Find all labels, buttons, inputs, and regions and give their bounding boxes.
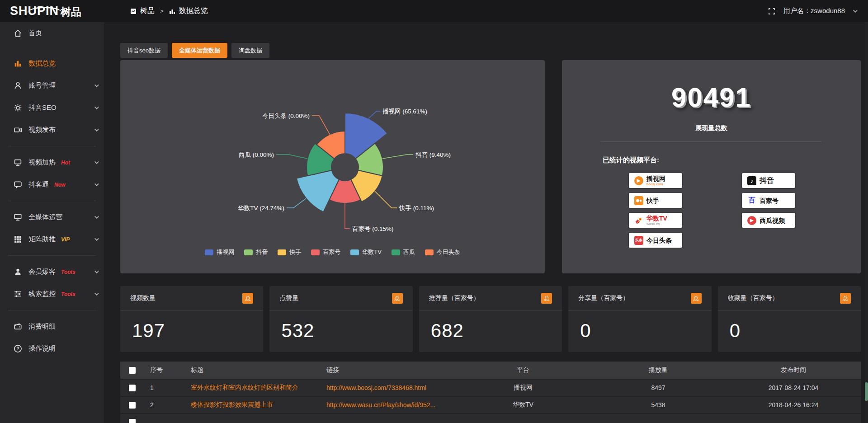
row-checkbox[interactable]	[129, 385, 136, 391]
legend-label: 播视网	[217, 248, 234, 256]
hot-badge: Hot	[61, 160, 70, 166]
legend-item-今日头条[interactable]: 今日头条	[425, 248, 460, 256]
cell-platform: 华数TV	[456, 401, 590, 409]
stat-card-recommendations: 推荐量（百家号）总 682	[419, 286, 562, 352]
slice-label: 今日头条 (0.00%)	[262, 113, 310, 119]
sidebar-item-home[interactable]: 首页	[0, 22, 104, 44]
row-checkbox[interactable]	[129, 402, 136, 409]
chevron-down-icon	[94, 236, 99, 241]
platform-name: 播视网	[646, 175, 665, 182]
tab-douyin-seo-data[interactable]: 抖音seo数据	[120, 43, 168, 58]
cell-platform: 播视网	[456, 384, 590, 392]
row-checkbox[interactable]	[129, 419, 136, 423]
tab-inquiry-data[interactable]: 询盘数据	[231, 43, 269, 58]
video-camera-icon	[14, 126, 22, 134]
sidebar-item-label: 矩阵助推	[28, 235, 56, 244]
legend-swatch	[311, 249, 320, 255]
sidebar-item-consumption-detail[interactable]: 消费明细	[0, 315, 104, 338]
sidebar-divider	[8, 255, 96, 256]
summary-panel: 90491 展现量总数 已统计的视频平台: ▶ 播视网boosj.com 快手 …	[562, 60, 861, 273]
cell-num: 1	[144, 384, 184, 391]
divider	[601, 141, 822, 142]
total-impressions-label: 展现量总数	[562, 124, 861, 132]
legend-item-百家号[interactable]: 百家号	[311, 248, 340, 256]
sidebar-item-video-publish[interactable]: 视频发布	[0, 119, 104, 141]
table-header-row: 序号 标题 链接 平台 播放量 发布时间	[120, 362, 861, 380]
platform-badge-douyin: ♪ 抖音	[742, 173, 795, 188]
cell-url-link[interactable]: http://www.wasu.cn/Play/show/id/952...	[320, 401, 456, 409]
cell-views: 8497	[590, 384, 726, 391]
videos-table: 序号 标题 链接 平台 播放量 发布时间 1 室外水纹灯和室内水纹灯的区别和简介…	[120, 362, 861, 423]
sidebar-divider	[8, 146, 96, 146]
legend-swatch	[425, 249, 434, 255]
sidebar-item-label: 抖客通	[28, 180, 49, 189]
breadcrumb: 树品 > 数据总览	[130, 6, 208, 16]
sidebar-item-doukertong[interactable]: 抖客通 New	[0, 174, 104, 196]
sidebar-item-omnimedia-operation[interactable]: 全媒体运营	[0, 206, 104, 228]
column-header-link: 链接	[320, 366, 456, 374]
legend-label: 西瓜	[403, 248, 415, 256]
toutiao-logo-icon: 头条	[634, 236, 643, 245]
user-group-icon	[14, 268, 22, 276]
stat-card-likes: 点赞量总 532	[269, 286, 412, 352]
stat-value: 532	[269, 311, 412, 342]
sidebar-item-account-management[interactable]: 账号管理	[0, 75, 104, 97]
fullscreen-icon[interactable]	[768, 8, 775, 15]
legend-swatch	[205, 249, 213, 255]
cell-title-link[interactable]: 室外水纹灯和室内水纹灯的区别和简介	[184, 384, 320, 392]
bar-chart-icon	[169, 8, 175, 14]
legend-item-西瓜[interactable]: 西瓜	[392, 248, 415, 256]
scrollbar-thumb[interactable]	[865, 382, 868, 401]
label-leader-line	[345, 203, 350, 229]
legend-item-抖音[interactable]: 抖音	[244, 248, 268, 256]
grid-icon	[14, 235, 22, 244]
chevron-down-icon	[94, 291, 99, 296]
sidebar-item-lead-monitor[interactable]: 线索监控 Tools	[0, 283, 104, 305]
question-circle-icon: ?	[14, 344, 22, 353]
tools-badge: Tools	[61, 291, 75, 297]
dashboard-page: { "topbar": { "logo_main": "SHUPIN", "lo…	[0, 0, 868, 423]
tab-omnimedia-operation-data[interactable]: 全媒体运营数据	[172, 43, 227, 58]
sidebar-divider	[8, 201, 96, 201]
sidebar-item-member-baoke[interactable]: 会员爆客 Tools	[0, 261, 104, 283]
rose-slice-华数TV[interactable]	[297, 170, 339, 212]
sidebar-item-video-heating[interactable]: 视频加热 Hot	[0, 151, 104, 174]
username-label: 用户名：	[783, 7, 811, 14]
stat-card-favorites: 收藏量（百家号）总 0	[718, 286, 861, 352]
stat-cards-row: 视频数量总 197 点赞量总 532 推荐量（百家号）总 682 分享量（百家号…	[120, 286, 861, 352]
platform-subtext: wasu.cn	[646, 222, 667, 226]
topbar: SHUPIN 树品 树品 > 数据总览 用户名：zswodun88	[0, 0, 868, 22]
cell-title-link[interactable]: 楼体投影灯投影效果震撼上市	[184, 401, 320, 409]
sidebar-item-label: 消费明细	[28, 322, 56, 331]
platform-share-chart-panel: 播视网 (65.61%)抖音 (9.40%)快手 (0.11%)百家号 (0.1…	[120, 60, 545, 273]
sidebar-item-matrix-boost[interactable]: 矩阵助推 VIP	[0, 228, 104, 250]
platform-name: 百家号	[760, 197, 778, 204]
wasu-logo-icon	[634, 216, 643, 225]
sidebar-item-douyin-seo[interactable]: 抖音SEO	[0, 97, 104, 119]
sidebar-item-operation-guide[interactable]: ? 操作说明	[0, 338, 104, 360]
logo-text-cn: 树品	[61, 6, 81, 17]
wallet-icon	[14, 322, 22, 331]
platform-logo-column-right: ♪ 抖音 百 百家号 ▶ 西瓜视频	[742, 173, 795, 228]
stat-label: 点赞量	[279, 294, 298, 302]
breadcrumb-root[interactable]: 树品	[140, 6, 155, 16]
app-window-icon	[130, 8, 137, 14]
platform-name: 快手	[646, 197, 659, 204]
username-value: zswodun88	[811, 7, 845, 14]
table-row[interactable]	[120, 414, 861, 423]
sidebar-item-label: 账号管理	[28, 81, 56, 90]
legend-item-快手[interactable]: 快手	[278, 248, 301, 256]
table-row[interactable]: 1 室外水纹灯和室内水纹灯的区别和简介 http://www.boosj.com…	[120, 380, 861, 397]
sidebar-item-label: 数据总览	[28, 59, 56, 68]
chevron-down-icon	[94, 160, 99, 164]
legend-item-播视网[interactable]: 播视网	[205, 248, 234, 256]
sidebar-item-data-overview[interactable]: 数据总览	[0, 52, 104, 75]
legend-item-华数TV[interactable]: 华数TV	[350, 248, 382, 256]
cell-url-link[interactable]: http://www.boosj.com/7338468.html	[320, 384, 456, 391]
label-leader-line	[287, 198, 306, 208]
table-row[interactable]: 2 楼体投影灯投影效果震撼上市 http://www.wasu.cn/Play/…	[120, 397, 861, 414]
select-all-checkbox[interactable]	[129, 367, 136, 374]
username[interactable]: 用户名：zswodun88	[783, 7, 845, 15]
label-leader-line	[382, 155, 413, 159]
platform-name: 西瓜视频	[760, 217, 785, 224]
